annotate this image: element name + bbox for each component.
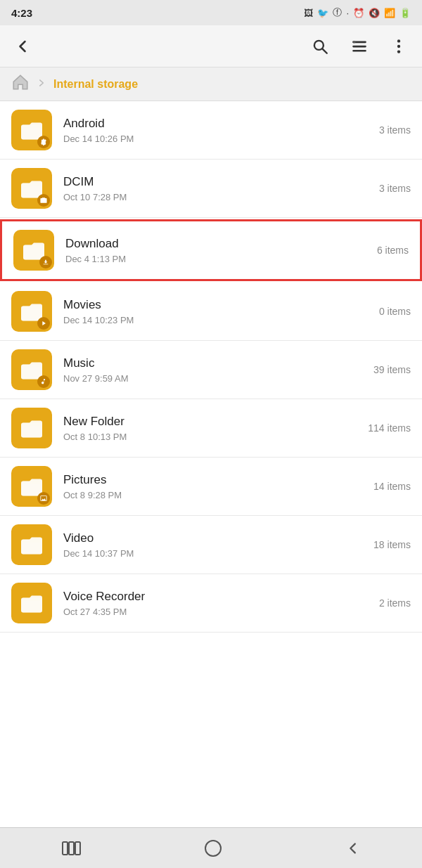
back-nav-button[interactable] (331, 835, 375, 862)
folder-icon-wrap (11, 524, 52, 565)
folder-badge-icon (37, 375, 50, 388)
home-button[interactable] (190, 834, 236, 863)
list-item[interactable]: DCIM Oct 10 7:28 PM 3 items (0, 160, 422, 218)
file-name: Music (63, 356, 366, 370)
file-info: Movies Dec 14 10:23 PM (63, 298, 372, 325)
list-item[interactable]: New Folder Oct 8 10:13 PM 114 items (0, 399, 422, 458)
folder-icon-bg (11, 110, 52, 150)
file-date: Dec 14 10:23 PM (63, 315, 372, 325)
file-date: Oct 8 10:13 PM (63, 432, 361, 442)
folder-icon-bg (11, 408, 52, 448)
list-item[interactable]: Voice Recorder Oct 27 4:35 PM 2 items (0, 574, 422, 633)
bottom-nav (0, 827, 422, 868)
folder-icon-bg (11, 466, 52, 507)
svg-rect-26 (23, 601, 41, 611)
svg-point-6 (397, 39, 400, 42)
list-item[interactable]: Download Dec 4 1:13 PM 6 items (0, 219, 422, 281)
file-info: Video Dec 14 10:37 PM (63, 531, 366, 559)
status-icons: 🖼 🐦 ⓕ · ⏰ 🔇 📶 🔋 (304, 6, 411, 19)
file-info: Download Dec 4 1:13 PM (65, 237, 370, 264)
svg-point-8 (397, 50, 400, 53)
breadcrumb-label: Internal storage (53, 78, 138, 91)
breadcrumb-arrow (37, 78, 46, 90)
file-date: Oct 8 9:28 PM (63, 490, 366, 500)
svg-rect-24 (23, 543, 41, 553)
status-bar: 4:23 🖼 🐦 ⓕ · ⏰ 🔇 📶 🔋 (0, 0, 422, 25)
home-icon (11, 73, 30, 96)
more-icon (390, 37, 408, 56)
folder-icon (19, 415, 44, 441)
list-view-button[interactable] (347, 34, 371, 58)
file-count: 114 items (361, 422, 411, 434)
svg-rect-30 (205, 841, 221, 856)
file-count: 6 items (370, 245, 409, 256)
folder-icon-wrap (11, 291, 52, 332)
file-info: DCIM Oct 10 7:28 PM (63, 175, 372, 202)
folder-icon-bg (13, 230, 54, 271)
list-item[interactable]: Android Dec 14 10:26 PM 3 items (0, 101, 422, 160)
app-bar-left (11, 35, 34, 58)
back-icon (14, 38, 31, 55)
back-button[interactable] (11, 35, 34, 58)
file-count: 0 items (372, 306, 411, 317)
file-count: 39 items (366, 364, 411, 375)
folder-badge-icon (37, 317, 50, 330)
svg-rect-5 (352, 41, 355, 43)
folder-badge-icon (39, 256, 52, 268)
file-name: New Folder (63, 415, 361, 429)
dot-icon: · (346, 8, 349, 18)
search-icon (311, 37, 329, 56)
file-date: Oct 10 7:28 PM (63, 192, 372, 202)
file-date: Dec 14 10:26 PM (63, 134, 372, 144)
folder-icon-bg (11, 291, 52, 332)
svg-rect-20 (23, 426, 41, 436)
search-button[interactable] (308, 34, 332, 58)
file-name: Download (65, 237, 370, 251)
file-count: 2 items (372, 597, 411, 609)
app-bar (0, 25, 422, 67)
folder-icon-wrap (13, 230, 54, 271)
svg-rect-29 (75, 842, 80, 855)
svg-point-0 (314, 40, 324, 49)
file-count: 3 items (372, 183, 411, 194)
file-info: Android Dec 14 10:26 PM (63, 117, 372, 144)
svg-rect-16 (23, 309, 41, 320)
file-date: Dec 4 1:13 PM (65, 254, 370, 264)
folder-icon-wrap (11, 168, 52, 209)
facebook-icon: ⓕ (333, 6, 342, 19)
svg-rect-22 (23, 484, 41, 495)
signal-icon: 📶 (384, 8, 395, 18)
file-info: Music Nov 27 9:59 AM (63, 356, 366, 384)
folder-icon-wrap (11, 583, 52, 623)
file-name: Android (63, 117, 372, 131)
file-date: Oct 27 4:35 PM (63, 607, 372, 617)
alarm-icon: ⏰ (353, 8, 364, 18)
file-info: Voice Recorder Oct 27 4:35 PM (63, 590, 372, 617)
folder-icon-bg (11, 349, 52, 390)
list-item[interactable]: Music Nov 27 9:59 AM 39 items (0, 341, 422, 399)
svg-rect-14 (25, 248, 44, 259)
file-count: 3 items (372, 124, 411, 136)
list-view-icon (350, 37, 369, 56)
back-nav-icon (345, 841, 361, 856)
file-info: New Folder Oct 8 10:13 PM (63, 415, 361, 442)
svg-rect-18 (23, 368, 41, 378)
file-name: Voice Recorder (63, 590, 372, 604)
more-button[interactable] (387, 34, 411, 58)
file-name: Movies (63, 298, 372, 312)
list-item[interactable]: Video Dec 14 10:37 PM 18 items (0, 516, 422, 574)
list-item[interactable]: Pictures Oct 8 9:28 PM 14 items (0, 458, 422, 516)
gallery-icon: 🖼 (304, 8, 313, 18)
folder-icon-bg (11, 524, 52, 565)
folder-icon-wrap (11, 408, 52, 448)
battery-icon: 🔋 (399, 8, 411, 18)
list-item[interactable]: Movies Dec 14 10:23 PM 0 items (0, 283, 422, 341)
file-info: Pictures Oct 8 9:28 PM (63, 473, 366, 500)
app-bar-right (308, 34, 411, 58)
svg-rect-12 (23, 186, 41, 197)
svg-point-7 (397, 44, 400, 47)
twitter-icon: 🐦 (317, 8, 328, 18)
file-date: Nov 27 9:59 AM (63, 373, 366, 384)
recent-apps-button[interactable] (47, 835, 95, 862)
folder-icon (19, 532, 44, 557)
